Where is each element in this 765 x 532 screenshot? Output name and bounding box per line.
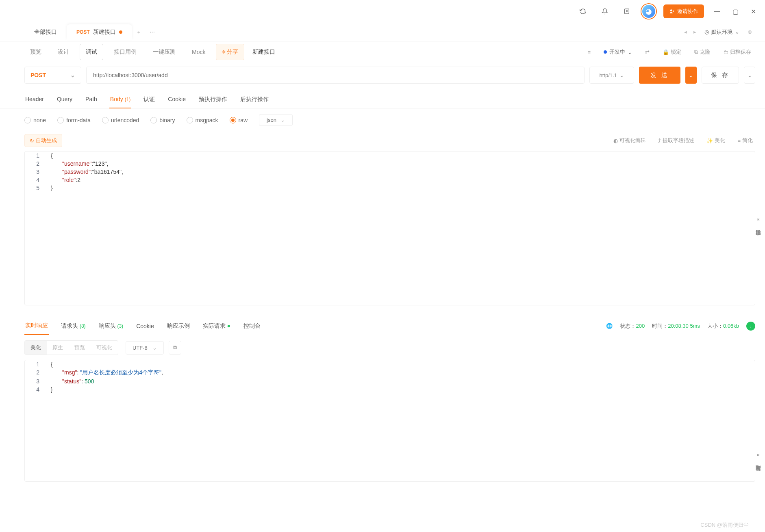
avatar[interactable]: ◕ [641, 4, 656, 19]
maximize-icon[interactable]: ▢ [730, 6, 741, 17]
radio-formdata[interactable]: form-data [57, 117, 91, 123]
wrap-toggle-icon[interactable]: ≡ [583, 49, 595, 55]
clone-button[interactable]: ⧉ 克隆 [690, 48, 714, 56]
sectab-pre[interactable]: 预执行操作 [198, 91, 228, 108]
radio-raw[interactable]: raw [230, 117, 248, 123]
sectab-path[interactable]: Path [85, 91, 98, 108]
status-dot-icon [604, 50, 607, 54]
response-meta: 🌐 状态：200 时间：20:08:30 5ms 大小：0.06kb ↓ [606, 322, 755, 331]
nav-next-icon[interactable]: ▸ [690, 29, 700, 35]
status-label: 开发中 [609, 48, 625, 56]
api-name: 新建接口 [249, 48, 275, 56]
resptab-resp-headers[interactable]: 响应头 (3) [98, 318, 124, 335]
beautify-button[interactable]: ✨ 美化 [704, 137, 728, 144]
sub-tabs: 预览 设计 调试 接口用例 一键压测 Mock ⎆ 分享 新建接口 ≡ 开发中 … [0, 41, 765, 63]
save-button[interactable]: 保 存 [702, 67, 739, 84]
sectab-body[interactable]: Body (1) [109, 91, 131, 108]
request-body-editor[interactable]: 1{2"username":"123",3"password":"ba16175… [24, 151, 755, 305]
resptab-actual[interactable]: 实际请求 ● [202, 318, 231, 335]
response-tabs: 实时响应 请求头 (8) 响应头 (3) Cookie 响应示例 实际请求 ● … [0, 312, 765, 335]
field-desc-rail[interactable]: « 字段描述 [751, 211, 765, 230]
branch-icon[interactable]: ⇄ [641, 49, 654, 55]
subtab-benchmark[interactable]: 一键压测 [147, 44, 181, 60]
sectab-auth[interactable]: 认证 [143, 91, 156, 108]
subtab-preview[interactable]: 预览 [24, 44, 47, 60]
sectab-query[interactable]: Query [56, 91, 73, 108]
auto-generate-button[interactable]: ↻ 自动生成 [24, 134, 62, 147]
save-dropdown[interactable]: ⌄ [744, 67, 755, 84]
sectab-cookie[interactable]: Cookie [167, 91, 187, 108]
radio-urlencoded[interactable]: urlencoded [102, 117, 139, 123]
view-visual[interactable]: 可视化 [91, 341, 118, 355]
sectab-post[interactable]: 后执行操作 [239, 91, 269, 108]
editor-toolbar: ↻ 自动生成 ◐ 可视化编辑 ⤴ 提取字段描述 ✨ 美化 ≡ 简化 [0, 132, 765, 149]
watermark: CSDN @落雨便归尘 [700, 521, 749, 529]
subtab-mock[interactable]: Mock [186, 45, 211, 59]
download-icon[interactable]: ↓ [746, 322, 755, 331]
environment-select[interactable]: ◎ 默认环境 ⌄ [700, 28, 744, 36]
chevron-down-icon: ⌄ [152, 345, 157, 351]
subtab-share[interactable]: ⎆ 分享 [216, 44, 244, 60]
sectab-header[interactable]: Header [24, 91, 45, 108]
resptab-live[interactable]: 实时响应 [24, 317, 49, 335]
view-preview[interactable]: 预览 [69, 341, 91, 355]
format-select[interactable]: json ⌄ [259, 114, 293, 126]
invite-label: 邀请协作 [677, 8, 698, 15]
radio-msgpack[interactable]: msgpack [187, 117, 218, 123]
chevron-down-icon: ⌄ [628, 49, 632, 55]
subtab-debug[interactable]: 调试 [80, 44, 103, 60]
more-tabs-icon[interactable]: ⋯ [146, 27, 159, 37]
resptab-req-headers[interactable]: 请求头 (8) [60, 318, 87, 335]
tab-active-api[interactable]: POST 新建接口 [67, 24, 132, 40]
env-settings-icon[interactable]: ⊜ [744, 29, 755, 35]
add-tab-icon[interactable]: ＋ [132, 27, 146, 37]
radio-binary[interactable]: binary [150, 117, 175, 123]
view-raw[interactable]: 原生 [47, 341, 69, 355]
resptab-example[interactable]: 响应示例 [166, 318, 191, 335]
encoding-select[interactable]: UTF-8 ⌄ [126, 341, 164, 355]
minify-button[interactable]: ≡ 简化 [735, 137, 755, 144]
view-pretty[interactable]: 美化 [25, 341, 47, 355]
visual-edit-button[interactable]: ◐ 可视化编辑 [611, 137, 648, 144]
note-icon[interactable] [619, 4, 634, 19]
extract-button[interactable]: ⤴ 提取字段描述 [656, 137, 697, 144]
document-tabs: 全部接口 POST 新建接口 ＋ ⋯ ◂ ▸ ◎ 默认环境 ⌄ ⊜ [0, 23, 765, 41]
chevron-left-icon: « [756, 452, 759, 458]
tab-all-apis[interactable]: 全部接口 [24, 24, 67, 40]
titlebar: ◕ 邀请协作 — ▢ ✕ [0, 0, 765, 23]
copy-icon[interactable]: ⧉ [169, 341, 181, 355]
response-controls: 美化 原生 预览 可视化 UTF-8 ⌄ ⧉ [0, 335, 765, 358]
bell-icon[interactable] [598, 4, 612, 19]
svg-point-3 [670, 9, 672, 11]
minimize-icon[interactable]: — [711, 6, 723, 17]
close-icon[interactable]: ✕ [748, 6, 758, 17]
resptab-console[interactable]: 控制台 [243, 318, 261, 335]
chevron-down-icon: ⌄ [619, 72, 624, 78]
method-badge: POST [76, 29, 90, 35]
protocol-select[interactable]: http/1.1 ⌄ [589, 67, 634, 84]
globe-icon[interactable]: 🌐 [606, 323, 613, 329]
subtab-case[interactable]: 接口用例 [108, 44, 142, 60]
status-select[interactable]: 开发中 ⌄ [600, 48, 636, 56]
refresh-icon[interactable] [576, 4, 590, 19]
send-dropdown[interactable]: ⌄ [685, 67, 697, 84]
request-row: POST ⌄ http://localhost:3000/user/add ht… [0, 63, 765, 88]
subtab-design[interactable]: 设计 [52, 44, 75, 60]
invite-button[interactable]: 邀请协作 [663, 4, 704, 18]
nav-prev-icon[interactable]: ◂ [681, 29, 690, 35]
radio-none[interactable]: none [24, 117, 46, 123]
chevron-left-icon: « [756, 216, 759, 222]
response-body-editor[interactable]: 1{2"msg": "用户名长度必须至少为4个字符",3"status": 50… [24, 360, 755, 482]
archive-button[interactable]: 🗀 归档保存 [719, 48, 755, 56]
chevron-down-icon: ⌄ [70, 72, 75, 78]
method-select[interactable]: POST ⌄ [24, 67, 81, 84]
lock-button[interactable]: 🔒 锁定 [659, 48, 685, 56]
target-icon: ◎ [704, 29, 709, 35]
resptab-cookie[interactable]: Cookie [135, 318, 155, 334]
body-type-radios: none form-data urlencoded binary msgpack… [0, 108, 765, 132]
assert-rail[interactable]: « 断言与校验 [751, 447, 765, 466]
url-input[interactable]: http://localhost:3000/user/add [86, 67, 585, 84]
send-button[interactable]: 发 送 [639, 67, 680, 84]
protocol-label: http/1.1 [599, 72, 617, 78]
chevron-down-icon: ⌄ [735, 29, 739, 35]
